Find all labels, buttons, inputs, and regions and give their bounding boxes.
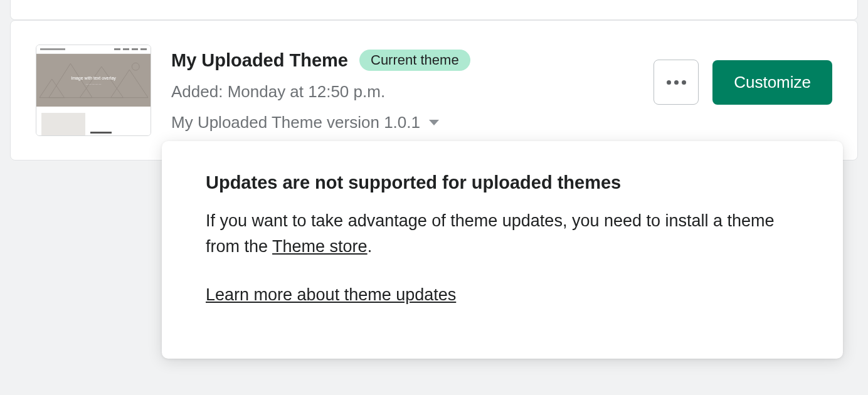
chevron-down-icon [429, 120, 439, 125]
version-popover: Updates are not supported for uploaded t… [162, 141, 843, 359]
previous-card-edge [10, 0, 858, 20]
thumbnail-hero: Image with text overlay — — — — — [36, 54, 151, 107]
thumbnail-hero-sub: — — — — — [86, 82, 101, 85]
thumbnail-header [36, 45, 151, 54]
theme-version-text: My Uploaded Theme version 1.0.1 [171, 113, 420, 132]
more-actions-button[interactable] [654, 60, 699, 105]
learn-more-link[interactable]: Learn more about theme updates [206, 285, 456, 305]
svg-point-4 [132, 63, 139, 70]
thumbnail-bottom [36, 107, 151, 136]
current-theme-badge: Current theme [359, 50, 470, 71]
popover-body: If you want to take advantage of theme u… [206, 208, 799, 259]
popover-body-suffix: . [368, 237, 373, 256]
svg-marker-2 [111, 70, 148, 98]
theme-info: My Uploaded Theme Current theme Added: M… [171, 45, 633, 132]
theme-added-date: Added: Monday at 12:50 p.m. [171, 82, 633, 102]
theme-actions: Customize [654, 45, 832, 105]
theme-version-dropdown[interactable]: My Uploaded Theme version 1.0.1 [171, 113, 633, 132]
dots-icon [667, 80, 671, 85]
thumbnail-hero-text: Image with text overlay [71, 75, 116, 81]
theme-card: Image with text overlay — — — — — My Upl… [10, 20, 858, 161]
svg-marker-3 [40, 79, 65, 98]
customize-button[interactable]: Customize [712, 60, 832, 105]
theme-store-link[interactable]: Theme store [272, 237, 368, 256]
popover-title: Updates are not supported for uploaded t… [206, 172, 799, 193]
theme-title: My Uploaded Theme [171, 50, 348, 71]
theme-thumbnail: Image with text overlay — — — — — [36, 45, 151, 136]
